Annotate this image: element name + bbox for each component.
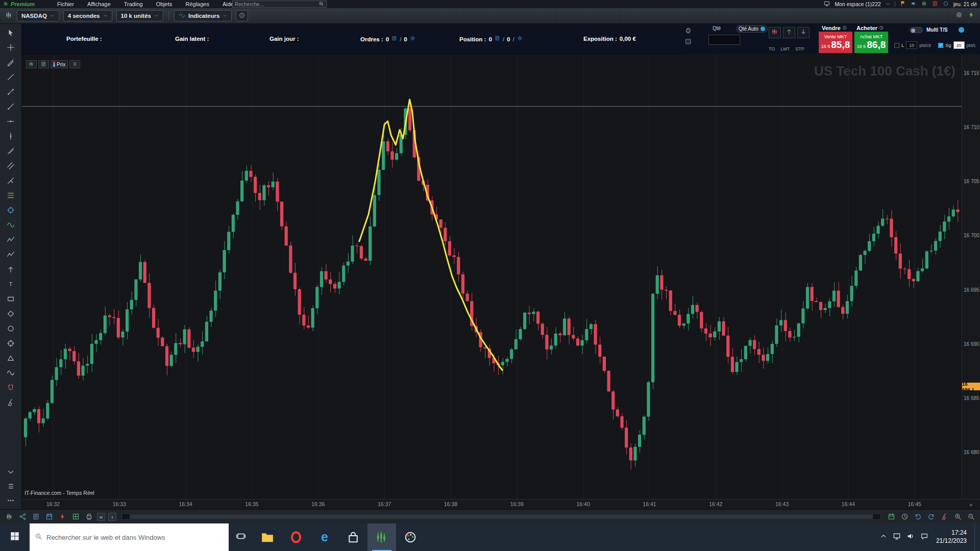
news-icon[interactable] [932, 1, 938, 8]
channel-tool[interactable] [4, 160, 17, 171]
redo-icon[interactable] [926, 512, 936, 522]
units-selector[interactable]: 10 k unités [116, 10, 163, 21]
focus-tool[interactable] [4, 338, 17, 349]
diamond-tool[interactable] [4, 308, 17, 319]
undo-icon[interactable] [913, 512, 923, 522]
buy-market-button[interactable]: Achat MKT 16 6 86,8 [854, 32, 888, 53]
position-list-icon[interactable] [495, 36, 500, 42]
order-mode-to-button[interactable] [769, 27, 781, 38]
duplicate-chart-button[interactable] [38, 60, 49, 68]
duplicate-icon[interactable] [31, 512, 41, 522]
zigzag-tool[interactable] [4, 234, 17, 245]
volume-icon[interactable] [906, 532, 915, 542]
info-icon[interactable] [842, 25, 847, 31]
fibonacci-tool[interactable] [4, 190, 17, 201]
scroll-back-button[interactable]: ‹ [108, 513, 116, 521]
indicators-button[interactable]: Indicateurs [174, 10, 232, 21]
horizontal-line-tool[interactable] [4, 116, 17, 127]
erase-icon[interactable] [939, 512, 949, 522]
scroll-next-button[interactable]: » [962, 499, 980, 509]
menu-item-affichage[interactable]: Affichage [87, 1, 111, 7]
start-button[interactable] [0, 523, 30, 551]
wave-tool[interactable] [4, 219, 17, 231]
arrow-tool[interactable] [4, 264, 17, 275]
taskbar-search-input[interactable]: Rechercher sur le web et dans Windows [30, 523, 229, 551]
market-icon[interactable] [921, 1, 927, 8]
taskbar-app-store[interactable] [339, 523, 368, 551]
gann-tool[interactable] [4, 205, 17, 216]
calendar-icon[interactable] [886, 512, 896, 522]
instrument-selector[interactable]: NASDAQ [17, 10, 59, 21]
keypad-icon[interactable] [685, 38, 692, 47]
tray-expand-icon[interactable] [880, 533, 887, 542]
more-button[interactable] [4, 495, 17, 506]
ellipse-tool[interactable] [4, 323, 17, 334]
stop-value-input[interactable]: 20 [953, 41, 965, 49]
menu-item-rglages[interactable]: Réglages [185, 1, 209, 7]
quantity-input[interactable] [708, 35, 740, 45]
measure-tool[interactable] [4, 145, 17, 157]
layers-button[interactable] [4, 481, 17, 492]
trend-line-tool[interactable] [4, 71, 17, 83]
triangle-tool[interactable] [4, 353, 17, 364]
zoom-in-icon[interactable] [952, 512, 963, 522]
taskbar-app-paint[interactable] [396, 523, 425, 551]
menu-item-trading[interactable]: Trading [124, 1, 143, 7]
chart-area[interactable]: Prix IT-Finance.com - Temps Réel [22, 54, 962, 499]
orders-settings-icon[interactable] [410, 36, 415, 42]
share-icon[interactable] [17, 512, 28, 522]
limit-checkbox[interactable] [894, 43, 899, 48]
rectangle-tool[interactable] [4, 293, 17, 305]
multi-ts-toggle[interactable] [910, 27, 923, 33]
print-icon[interactable] [84, 512, 94, 522]
taskbar-app-edge[interactable]: e [310, 523, 339, 551]
timeframe-selector[interactable]: 4 secondes [63, 10, 112, 21]
chart-scrollbar[interactable] [121, 513, 881, 520]
chart-type-icon[interactable] [4, 512, 14, 522]
add-chart-button[interactable] [26, 60, 37, 68]
vertical-line-tool[interactable] [4, 131, 17, 142]
cursor-tool[interactable] [4, 27, 17, 38]
segment-tool[interactable] [4, 86, 17, 97]
scroll-start-button[interactable]: « [97, 513, 105, 521]
magnet-tool[interactable] [4, 382, 17, 393]
stop-checkbox[interactable]: ✓ [938, 43, 943, 48]
gear-icon[interactable] [955, 11, 963, 20]
candlestick-chart[interactable] [22, 54, 962, 499]
menu-item-fichier[interactable]: Fichier [57, 1, 74, 7]
info-icon[interactable] [879, 25, 884, 31]
order-mode-lmt-button[interactable] [783, 27, 795, 38]
taskbar-app-trading-app[interactable] [368, 523, 396, 551]
alert-icon[interactable] [57, 512, 67, 522]
snapshot-icon[interactable] [44, 512, 54, 522]
order-mode-label-lmt[interactable]: LMT [780, 46, 790, 52]
taskbar-app-file-explorer[interactable] [253, 523, 282, 551]
announcement-icon[interactable] [911, 1, 917, 8]
flag-icon[interactable] [900, 1, 906, 8]
menu-search-input[interactable]: Recherche... [232, 1, 327, 8]
order-mode-stp-button[interactable] [797, 27, 810, 38]
position-settings-icon[interactable] [517, 36, 523, 42]
crosshair-tool[interactable] [4, 42, 17, 53]
history-icon[interactable] [899, 512, 910, 522]
orders-list-icon[interactable] [391, 36, 397, 42]
taskbar-app-opera[interactable] [282, 523, 310, 551]
eraser-tool[interactable] [4, 397, 17, 408]
web-icon[interactable] [943, 1, 949, 8]
text-tool[interactable]: T [4, 279, 17, 290]
task-view-button[interactable] [229, 523, 253, 551]
taskbar-clock[interactable]: 17:24 21/12/2023 [936, 529, 967, 545]
limit-value-input[interactable]: 10 [906, 41, 917, 49]
notifications-icon[interactable] [920, 532, 928, 542]
sell-market-button[interactable]: Vente MKT 16 6 85,8 [819, 32, 852, 53]
price-axis[interactable]: 16 686,1 16 71516 71016 70516 70016 6951… [962, 54, 980, 499]
pencil-tool[interactable] [4, 57, 17, 68]
ray-tool[interactable] [4, 101, 17, 112]
print-icon[interactable] [685, 27, 692, 36]
show-desktop-button[interactable] [974, 523, 978, 551]
zoom-out-icon[interactable] [966, 512, 976, 522]
info-button[interactable] [236, 10, 248, 21]
account-menu[interactable]: Mon espace (1)222 [835, 1, 880, 7]
curve-tool[interactable] [4, 367, 17, 379]
chart-list-button[interactable] [69, 60, 80, 68]
